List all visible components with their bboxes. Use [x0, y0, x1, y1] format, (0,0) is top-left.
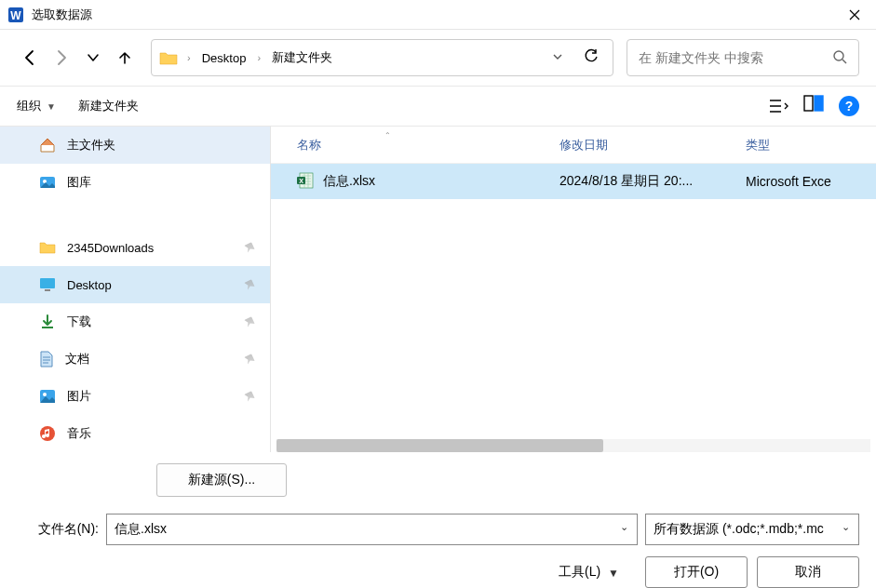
tools-button[interactable]: 工具(L) ▼: [559, 564, 619, 581]
chevron-right-icon[interactable]: ›: [253, 52, 264, 63]
column-header-name[interactable]: 名称 ⌃: [271, 137, 559, 154]
sidebar: 主文件夹 图库 2345Downloads Desktop 下载 文档 图片: [0, 127, 270, 452]
svg-rect-3: [804, 96, 813, 111]
sidebar-item-label: 2345Downloads: [67, 241, 154, 255]
folder-icon: [159, 49, 178, 66]
app-icon: W: [7, 7, 24, 23]
file-type: Microsoft Exce: [746, 174, 831, 189]
chevron-down-icon: ▼: [47, 101, 56, 112]
search-icon[interactable]: [832, 49, 847, 67]
address-dropdown-button[interactable]: [544, 51, 572, 65]
sidebar-item-documents[interactable]: 文档: [0, 341, 270, 378]
sidebar-item-music[interactable]: 音乐: [0, 415, 270, 452]
desktop-icon: [39, 277, 56, 292]
new-source-button[interactable]: 新建源(S)...: [156, 463, 287, 497]
document-icon: [39, 351, 54, 368]
address-bar[interactable]: › Desktop › 新建文件夹: [151, 39, 613, 76]
new-folder-label: 新建文件夹: [78, 98, 139, 114]
sidebar-item-label: 图库: [67, 174, 91, 191]
nav-back-button[interactable]: [17, 45, 43, 71]
search-input[interactable]: [639, 50, 832, 65]
filename-label: 文件名(N):: [17, 521, 99, 538]
sidebar-item-gallery[interactable]: 图库: [0, 164, 270, 201]
sidebar-item-2345downloads[interactable]: 2345Downloads: [0, 229, 270, 266]
chevron-down-icon[interactable]: ⌄: [620, 521, 628, 533]
filename-input[interactable]: [106, 514, 638, 545]
nav-forward-button[interactable]: [48, 45, 74, 71]
sidebar-item-label: 音乐: [67, 425, 91, 442]
tools-label: 工具(L): [559, 564, 600, 581]
chevron-right-icon[interactable]: ›: [183, 52, 195, 63]
svg-rect-8: [45, 289, 50, 291]
column-header-date[interactable]: 修改日期: [559, 137, 746, 154]
excel-file-icon: X: [297, 172, 314, 192]
organize-button[interactable]: 组织 ▼: [17, 98, 56, 114]
svg-rect-7: [40, 278, 55, 288]
music-icon: [39, 425, 56, 442]
refresh-button[interactable]: [577, 48, 605, 68]
svg-point-10: [43, 393, 47, 396]
chevron-down-icon[interactable]: ⌄: [842, 521, 850, 533]
nav-recent-button[interactable]: [80, 45, 106, 71]
file-date: 2024/8/18 星期日 20:...: [559, 173, 693, 188]
svg-point-11: [40, 426, 55, 441]
cancel-button[interactable]: 取消: [757, 556, 859, 588]
sidebar-item-downloads[interactable]: 下载: [0, 303, 270, 341]
svg-point-2: [834, 51, 843, 60]
sidebar-item-desktop[interactable]: Desktop: [0, 266, 270, 303]
preview-pane-button[interactable]: [803, 95, 826, 117]
sidebar-item-home[interactable]: 主文件夹: [0, 127, 270, 164]
sidebar-item-label: 下载: [67, 314, 91, 330]
svg-text:X: X: [299, 177, 303, 183]
sidebar-item-label: 图片: [67, 388, 91, 405]
breadcrumb-item[interactable]: Desktop: [200, 49, 249, 67]
sidebar-item-pictures[interactable]: 图片: [0, 378, 270, 415]
svg-rect-4: [815, 96, 823, 111]
download-icon: [39, 314, 56, 330]
sidebar-item-label: 文档: [65, 351, 89, 368]
chevron-down-icon: ▼: [608, 567, 619, 580]
sidebar-item-label: 主文件夹: [67, 137, 115, 154]
home-icon: [39, 137, 56, 154]
search-box[interactable]: [627, 39, 859, 76]
close-button[interactable]: [833, 0, 876, 30]
folder-icon: [39, 240, 56, 255]
horizontal-scrollbar[interactable]: [276, 439, 870, 452]
column-header-type[interactable]: 类型: [746, 137, 876, 154]
sort-indicator-icon: ⌃: [384, 131, 391, 140]
gallery-icon: [39, 174, 56, 191]
sidebar-item-label: Desktop: [67, 278, 112, 292]
picture-icon: [39, 389, 56, 404]
svg-point-6: [43, 180, 47, 183]
open-button[interactable]: 打开(O): [645, 556, 748, 588]
file-name: 信息.xlsx: [323, 173, 375, 190]
file-type-filter[interactable]: 所有数据源 (*.odc;*.mdb;*.mc: [645, 514, 859, 545]
column-header-label: 名称: [297, 137, 321, 154]
breadcrumb-item[interactable]: 新建文件夹: [270, 47, 334, 68]
svg-text:W: W: [10, 9, 21, 22]
help-button[interactable]: ?: [839, 96, 859, 116]
view-mode-button[interactable]: [768, 95, 790, 117]
file-list-header: 名称 ⌃ 修改日期 类型: [271, 127, 876, 164]
new-folder-button[interactable]: 新建文件夹: [78, 98, 139, 114]
file-row[interactable]: X 信息.xlsx 2024/8/18 星期日 20:... Microsoft…: [271, 164, 876, 199]
window-title: 选取数据源: [32, 7, 833, 23]
nav-up-button[interactable]: [112, 45, 138, 71]
organize-label: 组织: [17, 98, 41, 114]
